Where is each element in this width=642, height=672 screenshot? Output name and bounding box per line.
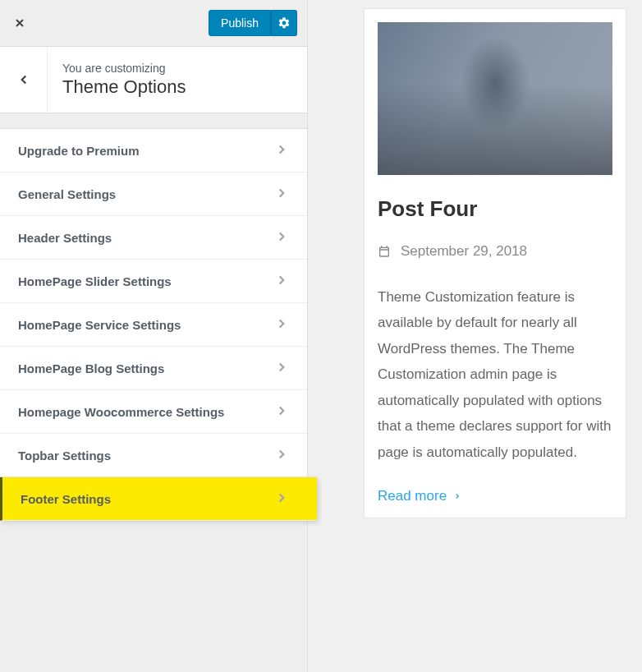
menu-item-label: General Settings: [18, 187, 116, 201]
menu-item-label: Footer Settings: [21, 492, 111, 506]
menu-item-blog-settings[interactable]: HomePage Blog Settings: [0, 347, 307, 390]
menu-item-label: HomePage Slider Settings: [18, 274, 172, 288]
chevron-right-icon: [274, 403, 289, 421]
publish-button[interactable]: Publish: [209, 10, 271, 36]
menu-item-footer-settings[interactable]: Footer Settings: [0, 477, 317, 521]
menu-item-general-settings[interactable]: General Settings: [0, 173, 307, 216]
close-icon: [13, 16, 26, 30]
menu-item-label: HomePage Blog Settings: [18, 361, 164, 375]
customizer-topbar: Publish: [0, 0, 307, 47]
chevron-right-icon: [453, 492, 461, 500]
post-title: Post Four: [378, 196, 612, 222]
preview-pane: Post Four September 29, 2018 Theme Custo…: [307, 0, 642, 672]
post-excerpt: Theme Customization feature is available…: [378, 284, 612, 465]
post-card: Post Four September 29, 2018 Theme Custo…: [364, 8, 626, 518]
read-more-label: Read more: [378, 488, 447, 504]
menu-item-label: Upgrade to Premium: [18, 144, 140, 158]
chevron-right-icon: [274, 360, 289, 377]
calendar-icon: [378, 245, 391, 258]
menu-item-topbar-settings[interactable]: Topbar Settings: [0, 434, 307, 477]
menu-item-label: Homepage Woocommerce Settings: [18, 405, 224, 419]
customizer-sidebar: Publish You are customizing Theme Option…: [0, 0, 307, 672]
menu-item-label: Header Settings: [18, 231, 112, 245]
panel-title: Theme Options: [62, 76, 186, 98]
chevron-right-icon: [274, 316, 289, 334]
settings-button[interactable]: [271, 10, 297, 36]
chevron-right-icon: [274, 229, 289, 246]
chevron-right-icon: [274, 142, 289, 159]
chevron-right-icon: [274, 490, 289, 508]
menu-item-header-settings[interactable]: Header Settings: [0, 216, 307, 260]
chevron-right-icon: [274, 186, 289, 203]
chevron-right-icon: [274, 273, 289, 290]
menu-item-woocommerce-settings[interactable]: Homepage Woocommerce Settings: [0, 390, 307, 434]
chevron-right-icon: [274, 447, 289, 464]
panel-titles: You are customizing Theme Options: [48, 62, 186, 98]
menu-list: Upgrade to Premium General Settings Head…: [0, 128, 307, 521]
menu-item-label: HomePage Service Settings: [18, 318, 181, 332]
top-actions: Publish: [209, 10, 297, 36]
post-meta: September 29, 2018: [378, 243, 612, 260]
post-image: [378, 22, 612, 175]
menu-item-label: Topbar Settings: [18, 449, 111, 463]
read-more-link[interactable]: Read more: [378, 488, 612, 504]
menu-item-service-settings[interactable]: HomePage Service Settings: [0, 303, 307, 347]
chevron-left-icon: [16, 72, 31, 87]
panel-header: You are customizing Theme Options: [0, 47, 307, 113]
close-button[interactable]: [0, 0, 39, 47]
gear-icon: [277, 16, 291, 30]
back-button[interactable]: [0, 47, 48, 113]
menu-item-slider-settings[interactable]: HomePage Slider Settings: [0, 260, 307, 303]
panel-subtitle: You are customizing: [62, 62, 186, 75]
post-date: September 29, 2018: [401, 243, 527, 260]
menu-item-upgrade[interactable]: Upgrade to Premium: [0, 129, 307, 173]
